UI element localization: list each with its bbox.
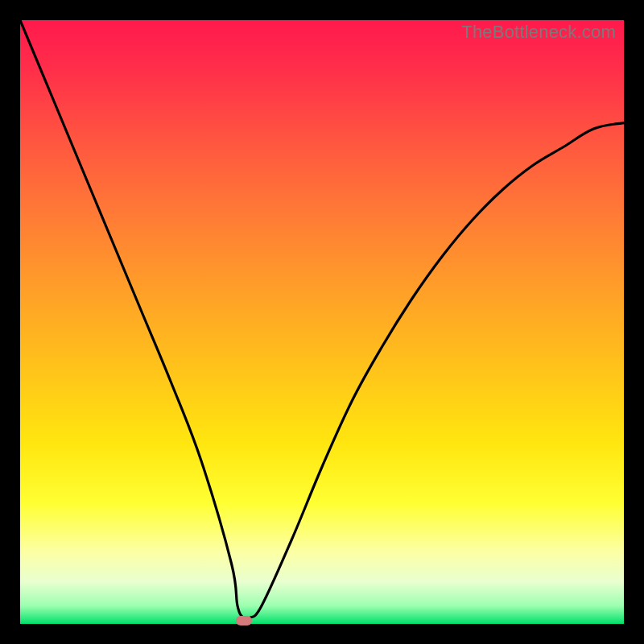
curve-path — [20, 20, 624, 620]
optimum-marker — [236, 616, 252, 625]
bottleneck-curve — [20, 20, 624, 624]
plot-area: TheBottleneck.com — [20, 20, 624, 624]
chart-frame: TheBottleneck.com — [0, 0, 644, 644]
